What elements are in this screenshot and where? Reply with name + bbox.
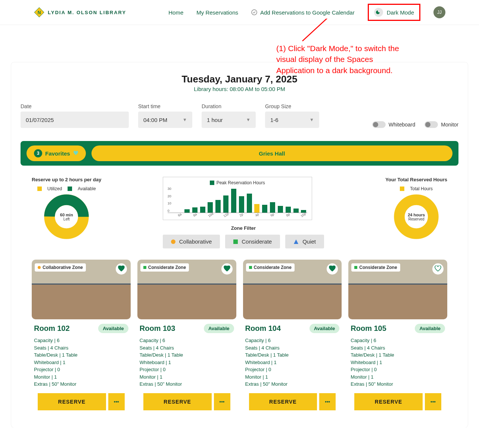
utilization-donut: 60 minLeft xyxy=(44,194,89,239)
room-detail: Projector | 0 xyxy=(351,366,445,373)
library-logo-icon: N xyxy=(34,7,45,18)
room-detail: Capacity | 6 xyxy=(140,337,234,344)
group-size-select[interactable]: 1-6▼ xyxy=(265,112,319,128)
room-card: Considerate Zone Room 105 Available Capa… xyxy=(348,260,447,413)
monitor-toggle[interactable] xyxy=(424,121,438,128)
favorites-label: Favorites xyxy=(45,150,70,157)
status-badge: Available xyxy=(310,324,340,333)
dark-mode-toggle[interactable]: Dark Mode xyxy=(370,6,419,19)
square-icon xyxy=(233,239,238,244)
nav-gcal-label: Add Reservations to Google Calendar xyxy=(260,9,355,16)
room-detail: Monitor | 1 xyxy=(140,373,234,381)
nav-gcal[interactable]: Add Reservations to Google Calendar xyxy=(251,9,355,16)
room-image: Considerate Zone xyxy=(137,260,236,319)
status-badge: Available xyxy=(415,324,445,333)
reserve-button[interactable]: RESERVE xyxy=(249,393,317,410)
zone-badge: Considerate Zone xyxy=(351,263,400,272)
header: N LYDIA M. OLSON LIBRARY Home My Reserva… xyxy=(0,0,479,25)
room-detail: Table/Desk | 1 Table xyxy=(140,351,234,359)
reserve-button[interactable]: RESERVE xyxy=(38,393,106,410)
room-detail: Whiteboard | 1 xyxy=(34,359,128,366)
main-content: Tuesday, January 7, 2025 Library hours: … xyxy=(11,62,468,427)
duration-label: Duration xyxy=(202,103,256,109)
favorites-tab[interactable]: 3 Favorites xyxy=(27,145,86,161)
room-detail: Monitor | 1 xyxy=(351,373,445,381)
moon-icon xyxy=(376,10,381,15)
duration-select[interactable]: 1 hour▼ xyxy=(202,112,256,128)
room-name: Room 104 xyxy=(245,324,281,333)
total-hours-block: Your Total Reserved Hours Total Hours 24… xyxy=(385,177,447,248)
check-circle-icon xyxy=(251,9,257,15)
room-detail: Monitor | 1 xyxy=(34,373,128,381)
room-card: Collaborative Zone Room 102 Available Ca… xyxy=(32,260,131,413)
chevron-down-icon: ▼ xyxy=(246,117,251,122)
favorites-count: 3 xyxy=(34,149,42,157)
room-detail: Seats | 4 Chairs xyxy=(34,344,128,352)
hall-tab[interactable]: Gries Hall xyxy=(91,145,452,161)
heart-icon xyxy=(73,151,78,156)
nav-reservations[interactable]: My Reservations xyxy=(196,9,238,16)
utilization-title: Reserve up to 2 hours per day xyxy=(32,177,101,182)
peak-and-zone-block: Peak Reservation Hours 3020100 6a8a10a12… xyxy=(163,177,324,248)
more-options-button[interactable]: ••• xyxy=(108,393,125,410)
annotation-text: (1) Click "Dark Mode," to switch the vis… xyxy=(276,43,399,76)
chevron-down-icon: ▼ xyxy=(310,117,314,122)
favorite-button[interactable] xyxy=(327,263,338,275)
favorite-button[interactable] xyxy=(432,263,444,275)
room-detail: Whiteboard | 1 xyxy=(140,359,234,366)
whiteboard-toggle[interactable] xyxy=(372,121,386,128)
zone-quiet[interactable]: Quiet xyxy=(285,235,324,248)
room-detail: Seats | 4 Chairs xyxy=(351,344,445,352)
favorite-button[interactable] xyxy=(116,263,127,275)
start-time-select[interactable]: 04:00 PM▼ xyxy=(138,112,192,128)
date-input[interactable]: 01/07/2025 xyxy=(21,112,129,128)
room-detail: Whiteboard | 1 xyxy=(351,359,445,366)
room-detail: Monitor | 1 xyxy=(245,373,340,381)
svg-marker-6 xyxy=(294,239,298,244)
reserve-button[interactable]: RESERVE xyxy=(143,393,212,410)
more-options-button[interactable]: ••• xyxy=(214,393,230,410)
library-hours: Library hours: 08:00 AM to 05:00 PM xyxy=(21,86,458,92)
dark-mode-label: Dark Mode xyxy=(387,9,414,16)
room-card: Considerate Zone Room 104 Available Capa… xyxy=(243,260,342,413)
room-image: Considerate Zone xyxy=(243,260,342,319)
room-detail: Projector | 0 xyxy=(34,366,128,373)
logo[interactable]: N LYDIA M. OLSON LIBRARY xyxy=(34,7,126,18)
zone-considerate[interactable]: Considerate xyxy=(225,235,280,248)
start-time-label: Start time xyxy=(138,103,192,109)
room-name: Room 105 xyxy=(351,324,386,333)
room-image: Collaborative Zone xyxy=(32,260,131,319)
user-avatar[interactable]: JJ xyxy=(433,6,445,18)
annotation-highlight: Dark Mode xyxy=(368,4,420,21)
room-detail: Extras | 50" Monitor xyxy=(351,380,445,388)
room-detail: Projector | 0 xyxy=(140,366,234,373)
room-detail: Extras | 50" Monitor xyxy=(245,380,340,388)
utilization-block: Reserve up to 2 hours per day Utilized A… xyxy=(32,177,101,248)
room-image: Considerate Zone xyxy=(348,260,447,319)
favorite-button[interactable] xyxy=(221,263,233,275)
more-options-button[interactable]: ••• xyxy=(425,393,441,410)
circle-icon xyxy=(171,239,175,244)
moon-icon-wrap xyxy=(374,8,383,17)
triangle-icon xyxy=(293,239,299,244)
room-detail: Whiteboard | 1 xyxy=(245,359,340,366)
chevron-down-icon: ▼ xyxy=(183,117,187,122)
zone-badge: Considerate Zone xyxy=(140,263,189,272)
room-name: Room 103 xyxy=(140,324,175,333)
date-header: Tuesday, January 7, 2025 Library hours: … xyxy=(21,73,458,92)
zone-filter-title: Zone Filter xyxy=(163,225,324,231)
nav-home[interactable]: Home xyxy=(168,9,183,16)
zone-badge: Considerate Zone xyxy=(246,263,295,272)
more-options-button[interactable]: ••• xyxy=(319,393,336,410)
library-name: LYDIA M. OLSON LIBRARY xyxy=(48,10,126,15)
reserve-button[interactable]: RESERVE xyxy=(354,393,423,410)
zone-badge: Collaborative Zone xyxy=(35,263,86,272)
date-label: Date xyxy=(21,103,129,109)
room-detail: Capacity | 6 xyxy=(245,337,340,344)
status-badge: Available xyxy=(98,324,128,333)
whiteboard-label: Whiteboard xyxy=(389,122,416,128)
zone-collaborative[interactable]: Collaborative xyxy=(163,235,220,248)
room-detail: Table/Desk | 1 Table xyxy=(34,351,128,359)
room-detail: Seats | 4 Chairs xyxy=(140,344,234,352)
total-hours-donut: 24 hoursReserved xyxy=(394,194,439,239)
